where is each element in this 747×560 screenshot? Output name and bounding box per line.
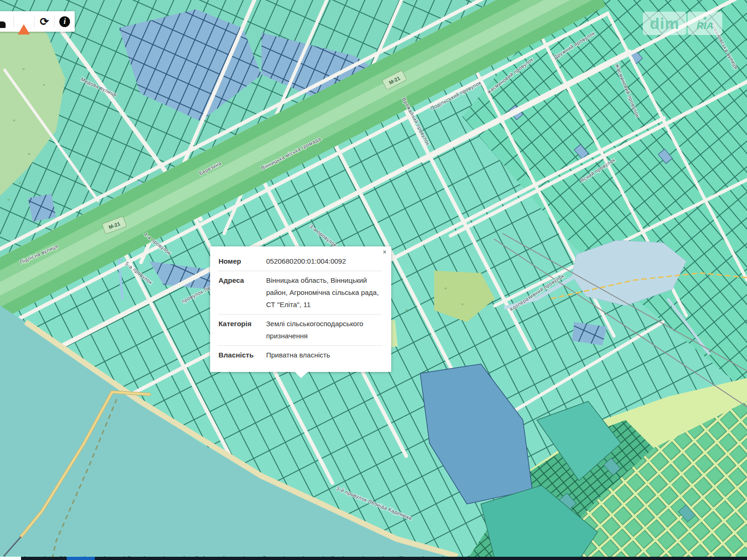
bottom-bar xyxy=(21,557,747,560)
svg-text:„: „ xyxy=(13,114,15,122)
row-value: Землі сільськогосподарського призначення xyxy=(266,318,382,342)
tools-icon xyxy=(0,21,6,28)
row-value: Приватна власність xyxy=(266,349,382,361)
dim-logo: dim xyxy=(650,15,679,31)
ria-watermark: ★ RIA xyxy=(688,12,722,35)
svg-text:„: „ xyxy=(19,177,21,184)
warning-icon: ! xyxy=(18,16,30,27)
svg-text:„: „ xyxy=(28,148,30,155)
parcel-info-popup: × Номер 0520680200:01:004:0092 Адреса Ві… xyxy=(210,246,391,372)
row-label: Власність xyxy=(218,349,266,361)
dim-watermark: dim xyxy=(643,12,686,35)
info-button[interactable]: i xyxy=(55,11,75,32)
row-value: 0520680200:01:004:0092 xyxy=(266,255,382,267)
row-label: Категорія xyxy=(218,318,266,342)
map-toolbar: ! ⟳ i xyxy=(0,11,75,32)
row-value: Вінницька область, Вінницький район, Агр… xyxy=(266,274,382,311)
bottom-bar-light-segment xyxy=(0,557,21,560)
warning-button[interactable]: ! xyxy=(14,11,34,32)
svg-text:„: „ xyxy=(43,79,45,86)
svg-text:„: „ xyxy=(444,282,447,290)
ria-logo: RIA xyxy=(697,21,713,30)
map-screen: „„ „„ „„ „„ „ М-21М-21 Медова вулицяПідл… xyxy=(0,0,747,560)
row-label: Номер xyxy=(218,255,266,267)
refresh-button[interactable]: ⟳ xyxy=(35,11,55,32)
svg-text:„: „ xyxy=(22,63,25,70)
svg-text:„: „ xyxy=(7,194,10,201)
bottom-bar-blue-segment xyxy=(67,557,95,560)
popup-row-ownership: Власність Приватна власність xyxy=(218,345,382,364)
close-icon[interactable]: × xyxy=(383,249,387,255)
popup-row-address: Адреса Вінницька область, Вінницький рай… xyxy=(218,271,382,314)
row-label: Адреса xyxy=(218,274,266,311)
popup-row-category: Категорія Землі сільськогосподарського п… xyxy=(218,314,382,345)
popup-pointer xyxy=(294,371,308,378)
popup-row-number: Номер 0520680200:01:004:0092 xyxy=(218,252,382,271)
svg-text:„: „ xyxy=(405,304,408,311)
info-icon: i xyxy=(59,16,70,27)
refresh-icon: ⟳ xyxy=(40,16,49,27)
tools-button[interactable] xyxy=(0,11,14,32)
svg-text:„: „ xyxy=(461,298,464,306)
